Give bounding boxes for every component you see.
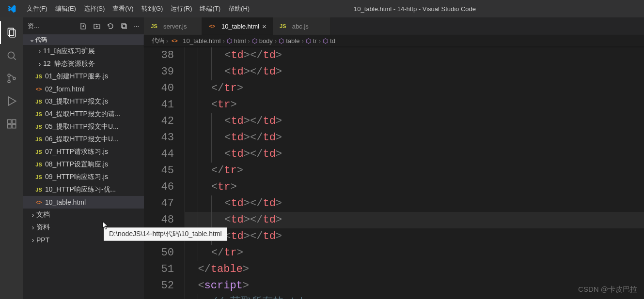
refresh-icon[interactable] bbox=[107, 22, 114, 30]
editor-tab[interactable]: <>10_table.html× bbox=[202, 17, 273, 35]
code-line[interactable]: </tr> bbox=[185, 245, 644, 261]
code-line[interactable]: <tr> bbox=[185, 97, 644, 113]
tree-file[interactable]: <>02_form.html bbox=[23, 83, 144, 95]
file-path-tooltip: D:\nodeJS\14-http\代码\10_table.html bbox=[104, 227, 227, 241]
tree-file[interactable]: JS07_HTTP请求练习.js bbox=[23, 146, 144, 158]
code-line[interactable]: <td></td> bbox=[185, 212, 644, 228]
code-line[interactable]: <td></td> bbox=[185, 113, 644, 130]
chevron-right-icon: › bbox=[166, 37, 168, 45]
editor-tab[interactable]: JSserver.js bbox=[144, 17, 202, 35]
file-label: 08_HTTP设置响应.js bbox=[45, 160, 108, 169]
code-line[interactable]: <td></td> bbox=[185, 130, 644, 146]
folder-root[interactable]: ⌄ 代码 bbox=[23, 34, 144, 45]
tree-file[interactable]: JS10_HTTP响应练习-优... bbox=[23, 183, 144, 196]
html-file-icon: <> bbox=[170, 38, 179, 44]
chevron-right-icon: › bbox=[275, 37, 277, 45]
symbol-icon: ⬡ bbox=[227, 37, 232, 45]
js-file-icon: JS bbox=[34, 124, 43, 130]
file-label: 02_form.html bbox=[45, 85, 85, 93]
svg-rect-13 bbox=[123, 25, 126, 29]
svg-rect-8 bbox=[7, 120, 11, 123]
code-line[interactable]: </table> bbox=[185, 261, 644, 278]
sidebar-title: 资... bbox=[28, 22, 39, 30]
close-icon[interactable]: × bbox=[262, 22, 267, 30]
tree-file[interactable]: JS04_提取HTTP报文的请... bbox=[23, 108, 144, 120]
file-label: 09_HTTP响应练习.js bbox=[45, 173, 108, 181]
js-file-icon: JS bbox=[34, 111, 43, 117]
line-number: 38 bbox=[144, 47, 174, 64]
tree-file[interactable]: JS03_提取HTTP报文.js bbox=[23, 95, 144, 108]
tree-file[interactable]: JS01_创建HTTP服务.js bbox=[23, 70, 144, 83]
js-file-icon: JS bbox=[34, 174, 43, 180]
js-file-icon: JS bbox=[34, 136, 43, 142]
file-label: 06_提取HTTP报文中U... bbox=[45, 135, 119, 144]
code-line[interactable]: </tr> bbox=[185, 163, 644, 179]
extensions-icon[interactable] bbox=[0, 112, 23, 135]
code-line[interactable]: // 获取所有的 td bbox=[185, 294, 644, 299]
line-number bbox=[144, 294, 174, 299]
tree-folder[interactable]: ›12_静态资源服务 bbox=[23, 58, 144, 70]
tree-file[interactable]: JS09_HTTP响应练习.js bbox=[23, 171, 144, 183]
menu-run[interactable]: 运行(R) bbox=[167, 0, 196, 17]
tree-folder[interactable]: ›文档 bbox=[23, 209, 144, 221]
line-number: 46 bbox=[144, 179, 174, 195]
tree-file[interactable]: JS05_提取HTTP报文中U... bbox=[23, 120, 144, 133]
line-number: 47 bbox=[144, 195, 174, 212]
code-line[interactable]: <td></td> bbox=[185, 64, 644, 80]
search-icon[interactable] bbox=[0, 44, 23, 67]
menu-go[interactable]: 转到(G) bbox=[138, 0, 167, 17]
code-line[interactable]: <tr> bbox=[185, 179, 644, 195]
menu-terminal[interactable]: 终端(T) bbox=[196, 0, 224, 17]
folder-label: PPT bbox=[36, 236, 49, 244]
breadcrumb-item[interactable]: body bbox=[259, 37, 273, 45]
svg-rect-1 bbox=[9, 30, 15, 37]
menu-help[interactable]: 帮助(H) bbox=[224, 0, 253, 17]
code-line[interactable]: <td></td> bbox=[185, 195, 644, 212]
code-content[interactable]: <td></td> <td></td> </tr> <tr> <td></td>… bbox=[185, 46, 644, 299]
source-control-icon[interactable] bbox=[0, 67, 23, 90]
file-label: 01_创建HTTP服务.js bbox=[45, 72, 108, 81]
menu-selection[interactable]: 选择(S) bbox=[80, 0, 109, 17]
file-label: 03_提取HTTP报文.js bbox=[45, 97, 108, 106]
code-line[interactable]: <td></td> bbox=[185, 228, 644, 245]
breadcrumb-item[interactable]: td bbox=[330, 37, 335, 45]
svg-point-2 bbox=[8, 52, 14, 58]
code-editor[interactable]: 383940414243444546474849505152 <td></td>… bbox=[144, 46, 644, 299]
code-line[interactable]: <script> bbox=[185, 278, 644, 294]
chevron-right-icon: › bbox=[301, 37, 303, 45]
chevron-right-icon: › bbox=[30, 224, 36, 231]
code-line[interactable]: <td></td> bbox=[185, 146, 644, 163]
menu-file[interactable]: 文件(F) bbox=[23, 0, 51, 17]
breadcrumbs[interactable]: 代码›<>10_table.html›⬡html›⬡body›⬡table›⬡t… bbox=[144, 35, 644, 46]
tree-file[interactable]: JS08_HTTP设置响应.js bbox=[23, 158, 144, 171]
explorer-icon[interactable] bbox=[0, 21, 23, 44]
more-icon[interactable]: ··· bbox=[134, 22, 139, 30]
menu-view[interactable]: 查看(V) bbox=[109, 0, 137, 17]
chevron-down-icon: ⌄ bbox=[29, 36, 35, 43]
svg-rect-9 bbox=[12, 120, 16, 123]
code-line[interactable]: </tr> bbox=[185, 80, 644, 97]
line-number: 41 bbox=[144, 97, 174, 113]
folder-label: 文档 bbox=[36, 210, 50, 219]
chevron-right-icon: › bbox=[222, 37, 224, 45]
new-file-icon[interactable] bbox=[79, 22, 87, 30]
activity-bar bbox=[0, 17, 23, 299]
run-debug-icon[interactable] bbox=[0, 90, 23, 112]
chevron-right-icon: › bbox=[36, 60, 43, 68]
breadcrumb-item[interactable]: tr bbox=[313, 37, 317, 45]
new-folder-icon[interactable] bbox=[93, 22, 101, 30]
tree-file[interactable]: <>10_table.html bbox=[23, 196, 144, 209]
line-number: 48 bbox=[144, 212, 174, 228]
tree-file[interactable]: JS06_提取HTTP报文中U... bbox=[23, 133, 144, 146]
code-line[interactable]: <td></td> bbox=[185, 47, 644, 64]
breadcrumb-item[interactable]: 代码 bbox=[152, 36, 164, 45]
menu-edit[interactable]: 编辑(E) bbox=[51, 0, 80, 17]
vscode-logo-icon bbox=[0, 4, 23, 14]
file-label: 07_HTTP请求练习.js bbox=[45, 148, 108, 156]
breadcrumb-item[interactable]: html bbox=[234, 37, 246, 45]
breadcrumb-item[interactable]: table bbox=[286, 37, 299, 45]
tree-folder[interactable]: ›11_响应练习扩展 bbox=[23, 45, 144, 58]
editor-tab[interactable]: JSabc.js bbox=[273, 17, 331, 35]
collapse-all-icon[interactable] bbox=[120, 22, 128, 30]
breadcrumb-item[interactable]: 10_table.html bbox=[183, 37, 220, 45]
